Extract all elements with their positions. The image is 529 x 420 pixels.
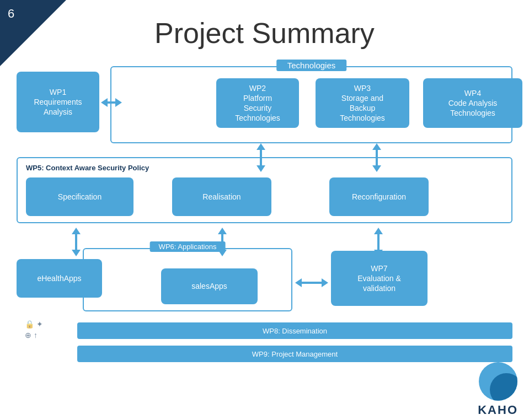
wp5-container: WP5: Context Aware Security Policy Speci… [17, 157, 512, 223]
reconfiguration-label: Reconfiguration [352, 192, 406, 202]
specification-box: Specification [26, 177, 133, 216]
wp4-label: WP4 Code Analysis Technologies [448, 88, 498, 119]
arrow-up [374, 228, 383, 234]
arrow-right [322, 278, 328, 287]
decorative-icons: 🔒 ✦ ⊕ ↑ [25, 320, 43, 340]
wp9-label: WP9: Project Management [252, 350, 338, 358]
wp5-label: WP5: Context Aware Security Policy [26, 164, 149, 172]
row-wp6-wp7: eHealthApps WP6: Applications salesApps … [17, 243, 512, 314]
sales-box: salesApps [161, 268, 258, 304]
arrow-left [101, 98, 108, 107]
wp8-label: WP8: Dissemination [263, 327, 327, 335]
arrow-up [72, 228, 81, 234]
row-wp5: WP5: Context Aware Security Policy Speci… [17, 157, 512, 229]
icon-group2: ⊕ ↑ [25, 331, 43, 340]
arrow-up [218, 228, 227, 234]
slide-number: 6 [8, 7, 14, 21]
wp4-box: WP4 Code Analysis Technologies [423, 78, 522, 128]
technologies-container: Technologies WP2 Platform Security Techn… [110, 66, 512, 143]
kaho-logo-area: KAHO [430, 365, 529, 420]
realisation-box: Realisation [172, 177, 271, 216]
realisation-label: Realisation [202, 192, 241, 202]
wp7-box: WP7 Evaluation & validation [331, 251, 428, 306]
ehealth-label: eHealthApps [37, 273, 81, 283]
arrow-left [295, 278, 302, 287]
wp3-label: WP3 Storage and Backup Technologies [340, 83, 385, 123]
sales-label: salesApps [191, 281, 227, 291]
content-area: WP1 Requirements Analysis Technologies W… [17, 66, 512, 398]
wp1-box: WP1 Requirements Analysis [17, 72, 99, 132]
arrow-up [257, 143, 265, 150]
technologies-label: Technologies [276, 60, 347, 71]
wp3-box: WP3 Storage and Backup Technologies [316, 78, 409, 128]
wp2-label: WP2 Platform Security Technologies [235, 83, 280, 123]
icon-group: 🔒 ✦ [25, 320, 43, 329]
specification-label: Specification [58, 192, 101, 202]
wp6-label: WP6: Applications [150, 241, 226, 252]
arrow-wp6-wp7 [295, 278, 328, 287]
arrow-line [302, 282, 322, 284]
wp9-bar: WP9: Project Management [77, 346, 512, 362]
page-title: Project Summary [0, 17, 529, 50]
wp1-label: WP1 Requirements Analysis [34, 87, 82, 117]
wp2-box: WP2 Platform Security Technologies [216, 78, 299, 128]
kaho-text: KAHO [478, 403, 518, 417]
arrow-up [372, 143, 381, 150]
wp7-label: WP7 Evaluation & validation [357, 263, 401, 294]
wp6-container: WP6: Applications salesApps [83, 248, 292, 311]
row-technologies: WP1 Requirements Analysis Technologies W… [17, 66, 512, 154]
kaho-circle [479, 362, 517, 401]
wp8-bar: WP8: Dissemination [77, 322, 512, 339]
kaho-logo: KAHO [478, 362, 518, 417]
reconfiguration-box: Reconfiguration [329, 177, 429, 216]
